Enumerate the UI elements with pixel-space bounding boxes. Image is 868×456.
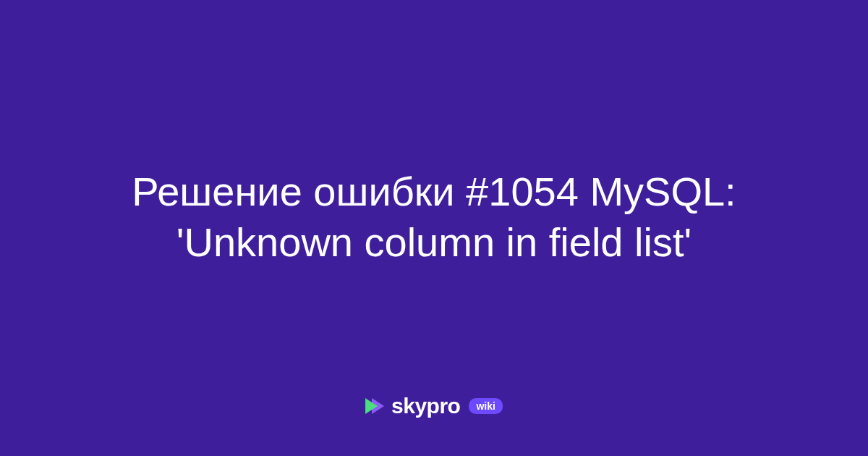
logo-text: skypro (391, 394, 460, 418)
logo-container: skypro wiki (365, 394, 503, 418)
wiki-badge: wiki (469, 398, 502, 414)
play-icon-green (365, 398, 378, 414)
play-icon (365, 398, 384, 414)
page-title: Решение ошибки #1054 MySQL: 'Unknown col… (101, 166, 767, 268)
